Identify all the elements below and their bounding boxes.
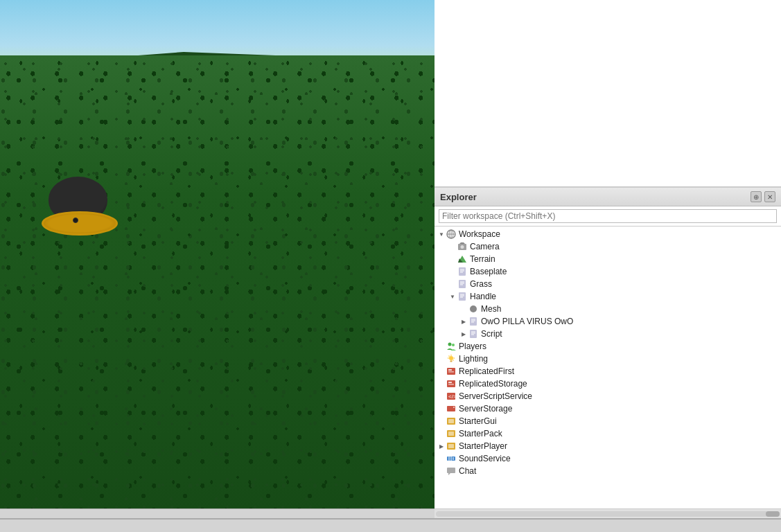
viewport-scrollbar[interactable] — [0, 508, 435, 518]
tree-label-replicatedstorage: ReplicatedStorage — [459, 379, 527, 389]
tree-icon-mesh — [468, 303, 479, 314]
character-model — [35, 180, 125, 236]
tree-icon-chat — [446, 466, 457, 477]
tree-item-serverscriptservice[interactable]: </>ServerScriptService — [435, 390, 781, 402]
tree-arrow-starterplayer[interactable] — [437, 442, 446, 450]
svg-rect-53 — [448, 432, 454, 436]
svg-point-30 — [448, 343, 452, 346]
svg-line-37 — [449, 356, 450, 357]
game-viewport[interactable] — [0, 0, 435, 518]
tree-item-baseplate[interactable]: Baseplate — [435, 265, 781, 278]
scrollbar-track[interactable] — [436, 511, 780, 517]
tree-arrow-workspace[interactable] — [437, 230, 446, 238]
tree-label-lighting: Lighting — [459, 354, 488, 364]
right-panel: Explorer ⊕ ✕ WorkspaceCameraTerrainBasep… — [435, 0, 781, 518]
explorer-search-area — [435, 206, 781, 227]
tree-item-players[interactable]: Players — [435, 340, 781, 353]
tree-label-camera: Camera — [470, 242, 500, 251]
svg-rect-22 — [470, 317, 477, 326]
svg-rect-17 — [459, 292, 466, 301]
svg-rect-51 — [448, 419, 454, 423]
explorer-controls: ⊕ ✕ — [751, 191, 775, 202]
svg-point-49 — [453, 407, 455, 408]
svg-rect-42 — [448, 371, 454, 373]
svg-rect-45 — [448, 384, 454, 385]
tree-item-mesh[interactable]: Mesh — [435, 303, 781, 315]
tree-label-soundservice: SoundService — [459, 454, 511, 463]
tree-icon-terrain — [457, 254, 468, 265]
tree-arrow-owopilla[interactable] — [459, 317, 468, 326]
tree-item-camera[interactable]: Camera — [435, 240, 781, 253]
explorer-tree[interactable]: WorkspaceCameraTerrainBaseplateGrassHand… — [435, 227, 781, 508]
terrain-ground — [0, 55, 435, 518]
svg-rect-41 — [448, 369, 452, 371]
tree-label-replicatedfirst: ReplicatedFirst — [459, 366, 514, 376]
character-detail — [73, 218, 78, 223]
tree-icon-owopilla — [468, 316, 479, 327]
svg-point-5 — [461, 245, 464, 249]
tree-label-workspace: Workspace — [459, 229, 500, 239]
tree-item-replicatedfirst[interactable]: ReplicatedFirst — [435, 365, 781, 378]
tree-label-starterplayer: StarterPlayer — [459, 441, 507, 451]
svg-point-21 — [470, 305, 477, 312]
svg-rect-9 — [459, 267, 466, 276]
tree-label-owopilla: OwO PILLA VIRUS OwO — [481, 317, 573, 326]
tree-item-chat[interactable]: Chat — [435, 465, 781, 477]
svg-point-31 — [452, 344, 455, 346]
tree-label-players: Players — [459, 342, 486, 351]
tree-item-handle[interactable]: Handle — [435, 290, 781, 303]
svg-rect-39 — [450, 361, 453, 362]
tree-icon-camera — [457, 241, 468, 252]
tree-item-replicatedstorage[interactable]: ReplicatedStorage — [435, 378, 781, 390]
tree-icon-handle — [457, 291, 468, 302]
tree-item-starterplayer[interactable]: StarterPlayer — [435, 440, 781, 452]
tree-item-starterpack[interactable]: StarterPack — [435, 427, 781, 440]
explorer-close-button[interactable]: ✕ — [764, 191, 775, 202]
tree-icon-script — [468, 328, 479, 339]
tree-item-terrain[interactable]: Terrain — [435, 253, 781, 265]
tree-item-serverstorage[interactable]: ServerStorage — [435, 402, 781, 415]
explorer-pin-button[interactable]: ⊕ — [751, 191, 762, 202]
tree-icon-startergui — [446, 416, 457, 427]
tree-label-chat: Chat — [459, 466, 476, 476]
tree-arrow-script[interactable] — [459, 330, 468, 338]
tree-icon-serverstorage — [446, 403, 457, 414]
properties-panel — [435, 0, 781, 187]
explorer-scrollbar[interactable] — [435, 508, 781, 518]
tree-item-owopilla[interactable]: OwO PILLA VIRUS OwO — [435, 315, 781, 328]
tree-arrow-handle[interactable] — [448, 292, 457, 301]
tree-label-baseplate: Baseplate — [470, 267, 507, 276]
tree-icon-soundservice — [446, 453, 457, 464]
tree-item-grass[interactable]: Grass — [435, 278, 781, 290]
tree-icon-replicatedfirst — [446, 366, 457, 377]
explorer-panel: Explorer ⊕ ✕ WorkspaceCameraTerrainBasep… — [435, 187, 781, 518]
tree-icon-starterpack — [446, 428, 457, 439]
tree-label-mesh: Mesh — [481, 304, 501, 314]
tree-item-lighting[interactable]: Lighting — [435, 353, 781, 365]
tree-icon-grass — [457, 278, 468, 290]
tree-icon-baseplate — [457, 266, 468, 277]
tree-icon-serverscriptservice: </> — [446, 391, 457, 402]
tree-item-soundservice[interactable]: SoundService — [435, 452, 781, 465]
tree-item-script[interactable]: Script — [435, 328, 781, 340]
tree-label-script: Script — [481, 329, 502, 339]
tree-icon-replicatedstorage — [446, 378, 457, 389]
tree-label-startergui: StarterGui — [459, 416, 497, 426]
tree-item-workspace[interactable]: Workspace — [435, 228, 781, 240]
tree-icon-lighting — [446, 353, 457, 364]
svg-rect-13 — [459, 280, 466, 288]
tree-item-startergui[interactable]: StarterGui — [435, 415, 781, 427]
tree-label-serverscriptservice: ServerScriptService — [459, 391, 532, 401]
svg-line-38 — [453, 360, 454, 361]
svg-point-32 — [449, 356, 453, 360]
svg-rect-26 — [470, 330, 477, 338]
tree-label-serverstorage: ServerStorage — [459, 404, 512, 414]
tree-label-handle: Handle — [470, 292, 496, 301]
scrollbar-thumb[interactable] — [766, 511, 780, 517]
tree-label-starterpack: StarterPack — [459, 429, 502, 438]
tree-icon-starterplayer — [446, 441, 457, 452]
character-base — [42, 211, 118, 236]
tree-label-grass: Grass — [470, 279, 492, 289]
explorer-search-input[interactable] — [439, 209, 777, 223]
status-bar — [0, 518, 781, 532]
